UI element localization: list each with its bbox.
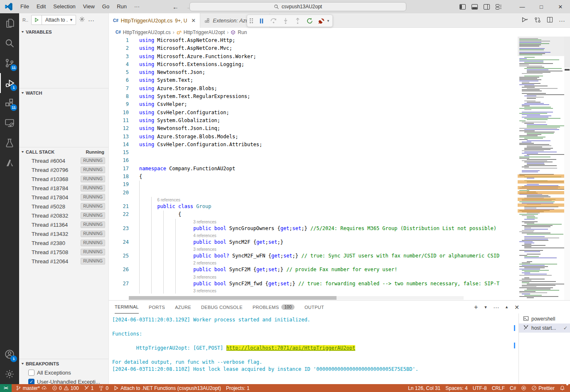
thread-row[interactable]: Thread #5028RUNNING — [19, 202, 108, 211]
code-line[interactable]: 12using Newtonsoft.Json.Linq; — [109, 125, 518, 132]
code-line[interactable]: 10using CsvHelper.Configuration; — [109, 109, 518, 117]
variables-section-header[interactable]: ▼ VARIABLES — [19, 27, 108, 37]
code-line[interactable]: 24public bool SyncM2F {get;set;} — [109, 238, 518, 246]
code-line[interactable]: 17namespace Company.FunctionAU2opt — [109, 165, 518, 173]
pause-button[interactable] — [258, 17, 265, 24]
code-line[interactable]: 16 — [109, 157, 518, 164]
breakpoint-checkbox[interactable] — [28, 370, 34, 376]
code-line[interactable]: 18{ — [109, 173, 518, 181]
breakpoints-section-header[interactable]: ▼ BREAKPOINTS — [19, 359, 108, 368]
terminal-output[interactable]: [2024-06-03T11:20:03.129Z] Worker proces… — [112, 316, 512, 382]
codelens-row[interactable]: 3 references — [109, 219, 518, 225]
menu-view[interactable]: View — [79, 2, 98, 11]
code-line[interactable]: 27public bool SyncF2M_fwd {get;set;} // … — [109, 280, 518, 288]
tab-httptriggerau2opt[interactable]: C# HttpTriggerAU2opt.cs 9+, U ✕ — [109, 13, 200, 28]
eol-item[interactable]: CRLF — [489, 384, 507, 392]
vertical-scrollbar[interactable] — [564, 37, 570, 300]
code-editor[interactable]: 1using Microsoft.AspNetCore.Http;2using … — [109, 37, 518, 300]
code-line[interactable]: 21public class Group — [109, 203, 518, 211]
watch-section-header[interactable]: ▼ WATCH — [19, 88, 108, 97]
codelens-row[interactable]: 4 references — [109, 233, 518, 238]
disconnect-button[interactable]: ▼ — [318, 17, 330, 24]
panel-more-actions-icon[interactable]: ··· — [493, 304, 499, 311]
menu-file[interactable]: File — [17, 2, 33, 11]
call-stack-section-header[interactable]: ▼ CALL STACK Running — [19, 147, 108, 156]
sidebar-item-azure[interactable] — [0, 153, 19, 173]
restart-button[interactable] — [306, 17, 313, 24]
projects-item[interactable]: Projects: 1 — [224, 384, 252, 392]
start-debug-icon[interactable] — [32, 15, 42, 24]
step-into-button[interactable] — [282, 17, 289, 24]
nav-back-icon[interactable]: ← — [172, 3, 179, 10]
cursor-position-item[interactable]: Ln 126, Col 31 — [405, 384, 443, 392]
maximize-panel-icon[interactable]: ▼ — [505, 305, 509, 309]
sidebar-item-source-control[interactable]: 11 — [0, 53, 19, 73]
codelens-row[interactable]: 3 references — [109, 246, 518, 252]
sidebar-item-remote-explorer[interactable] — [0, 113, 19, 133]
code-line[interactable]: 9using CsvHelper; — [109, 100, 518, 108]
language-mode-item[interactable]: C# — [507, 384, 518, 392]
code-line[interactable]: 3using Microsoft.Azure.Functions.Worker; — [109, 53, 518, 61]
thread-row[interactable]: Thread #18784RUNNING — [19, 184, 108, 193]
sidebar-item-testing[interactable] — [0, 133, 19, 153]
toggle-panel-icon[interactable] — [472, 4, 478, 10]
code-line[interactable]: 11using System.Globalization; — [109, 117, 518, 125]
step-over-button[interactable] — [270, 17, 277, 24]
thread-row[interactable]: Thread #20796RUNNING — [19, 165, 108, 174]
open-changes-icon[interactable] — [534, 17, 541, 24]
menu-go[interactable]: Go — [98, 2, 113, 11]
debug-target-item[interactable]: Attach to .NET Functions (csvpush13AU2op… — [111, 384, 224, 392]
toolbar-drag-handle[interactable] — [250, 18, 253, 23]
breakpoint-row[interactable]: All Exceptions — [19, 368, 108, 377]
thread-row[interactable]: Thread #6004RUNNING — [19, 156, 108, 165]
close-button[interactable]: ✕ — [551, 0, 570, 13]
customize-layout-icon[interactable] — [496, 4, 502, 10]
editor-more-actions-icon[interactable]: ··· — [559, 17, 565, 24]
panel-tab-problems[interactable]: PROBLEMS100 — [253, 301, 295, 314]
code-line[interactable]: 20 — [109, 189, 518, 197]
toggle-secondary-sidebar-icon[interactable] — [484, 4, 490, 10]
code-line[interactable]: 15 — [109, 149, 518, 157]
thread-row[interactable]: Thread #11364RUNNING — [19, 220, 108, 229]
ports-item[interactable]: 0 — [96, 384, 111, 392]
prettier-item[interactable]: Prettier — [529, 384, 557, 392]
codelens-row[interactable]: 6 references — [109, 197, 518, 203]
azure-tools-item[interactable]: 1 — [81, 384, 96, 392]
code-line[interactable]: 5using Newtonsoft.Json; — [109, 69, 518, 76]
notifications-bell-icon[interactable] — [557, 384, 568, 392]
run-or-debug-icon[interactable] — [521, 17, 528, 24]
codelens-row[interactable]: 3 references — [109, 288, 518, 294]
code-line[interactable]: 4using Microsoft.Extensions.Logging; — [109, 61, 518, 69]
panel-tab-ports[interactable]: PORTS — [149, 301, 165, 314]
sidebar-item-search[interactable] — [0, 33, 19, 53]
terminal-profile-chevron-icon[interactable]: ▼ — [484, 305, 487, 309]
terminal-list-item[interactable]: host start...✓ — [519, 323, 570, 333]
code-line[interactable]: 8using System.Text.RegularExpressions; — [109, 93, 518, 100]
breadcrumb[interactable]: C# HttpTriggerAU2opt.cs › HttpTriggerAU2… — [109, 28, 570, 37]
code-line[interactable]: 6using System.Text; — [109, 76, 518, 84]
codelens-row[interactable]: 2 references — [109, 260, 518, 266]
thread-row[interactable]: Thread #12064RUNNING — [19, 257, 108, 266]
thread-row[interactable]: Thread #10368RUNNING — [19, 174, 108, 184]
menu-run[interactable]: Run — [113, 2, 130, 11]
encoding-item[interactable]: UTF-8 — [470, 384, 489, 392]
code-line[interactable]: 22{ — [109, 211, 518, 218]
command-center-search[interactable]: csvpush13AU2opt — [189, 2, 406, 11]
indentation-item[interactable]: Spaces: 4 — [443, 384, 470, 392]
thread-row[interactable]: Thread #13432RUNNING — [19, 229, 108, 238]
remote-indicator[interactable]: >< — [0, 384, 12, 392]
accounts-button[interactable]: 1 — [0, 344, 19, 364]
code-line[interactable]: 2using Microsoft.AspNetCore.Mvc; — [109, 44, 518, 52]
sidebar-more-actions-icon[interactable]: ··· — [88, 17, 94, 24]
panel-tab-debug-console[interactable]: DEBUG CONSOLE — [201, 301, 243, 314]
code-line[interactable]: 1using Microsoft.AspNetCore.Http; — [109, 37, 518, 44]
function-url-link[interactable]: http://localhost:7071/api/HttpTriggerAU2… — [226, 345, 356, 351]
close-tab-icon[interactable]: ✕ — [191, 17, 196, 24]
code-line[interactable]: 13using Azure.Storage.Blobs.Models; — [109, 133, 518, 141]
code-line[interactable]: 7using Azure.Storage.Blobs; — [109, 85, 518, 93]
close-panel-icon[interactable]: ✕ — [514, 304, 519, 311]
code-line[interactable]: 14using CsvHelper.Configuration.Attribut… — [109, 141, 518, 149]
toggle-primary-sidebar-icon[interactable] — [459, 4, 466, 10]
thread-row[interactable]: Thread #17804RUNNING — [19, 193, 108, 202]
minimap[interactable] — [518, 37, 564, 300]
